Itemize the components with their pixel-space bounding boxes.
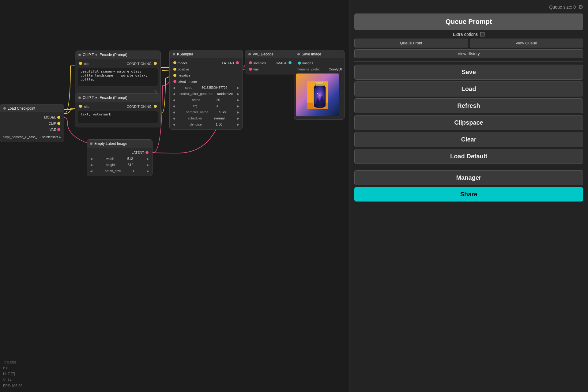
latent-output-conn [145, 151, 149, 154]
svg-point-5 [317, 93, 318, 94]
stats-panel: T: 0.00s I: 0 N: 7 [7] V: 14 FPS:106.38 [3, 360, 22, 389]
node-ksampler: KSampler model LATENT positive negative … [169, 50, 243, 130]
generated-image-preview [296, 74, 339, 116]
clear-button[interactable]: Clear [354, 132, 583, 147]
refresh-button[interactable]: Refresh [354, 98, 583, 113]
ksampler-output-conn [236, 61, 239, 64]
node-clip2-title: CLIP Text Encode (Prompt) [75, 94, 160, 102]
svg-rect-3 [316, 82, 323, 84]
node-latent: Empty Latent Image LATENT ◀ width 512 ▶ … [87, 139, 153, 176]
clip-output-conn [57, 122, 60, 125]
queue-prompt-button[interactable]: Queue Prompt [354, 13, 583, 30]
save-button[interactable]: Save [354, 65, 583, 80]
node-clip2: CLIP Text Encode (Prompt) clip CONDITION… [75, 93, 161, 127]
divider-2 [354, 167, 583, 167]
load-default-button[interactable]: Load Default [354, 149, 583, 164]
clipspace-button[interactable]: Clipspace [354, 115, 583, 130]
load-button[interactable]: Load [354, 81, 583, 96]
gear-icon[interactable]: ⚙ [578, 4, 583, 10]
clip2-input-conn [79, 105, 82, 108]
node-checkpoint: Load Checkpoint MODEL CLIP VAE clkpt_nam… [0, 104, 64, 142]
clip1-textarea[interactable] [78, 68, 158, 86]
model-output-conn [57, 116, 60, 119]
node-vae-title: VAE Decode [245, 50, 295, 58]
manager-button[interactable]: Manager [354, 170, 583, 185]
canvas-area[interactable]: Load Checkpoint MODEL CLIP VAE clkpt_nam… [0, 0, 349, 392]
clip2-textarea[interactable] [78, 111, 158, 123]
view-queue-button[interactable]: View Queue [470, 39, 583, 47]
node-save-title: Save Image [294, 50, 344, 58]
node-vae: VAE Decode samples IMAGE vae [245, 50, 296, 74]
ksampler-model-conn [173, 61, 176, 64]
clip1-output-conn [154, 62, 157, 65]
extra-options-checkbox[interactable] [480, 32, 484, 36]
node-latent-title: Empty Latent Image [87, 140, 152, 148]
vae-output-conn [57, 128, 60, 131]
queue-size-label: Queue size: 0 [549, 5, 576, 9]
node-clip1: CLIP Text Encode (Prompt) clip CONDITION… [75, 51, 161, 98]
clip1-input-conn [79, 62, 82, 65]
node-save: Save Image images filename_prefix ComfyU… [294, 50, 345, 120]
node-ksampler-title: KSampler [170, 50, 243, 58]
node-clip1-title: CLIP Text Encode (Prompt) [75, 51, 160, 59]
extra-options-label: Extra options [453, 32, 478, 37]
node-checkpoint-title: Load Checkpoint [0, 104, 64, 112]
queue-front-button[interactable]: Queue Front [354, 39, 468, 47]
share-button[interactable]: Share [354, 187, 583, 202]
divider-1 [354, 61, 583, 62]
view-history-button[interactable]: View History [354, 49, 583, 58]
sidebar: Queue size: 0 ⚙ Queue Prompt Extra optio… [349, 0, 588, 392]
clip2-output-conn [154, 105, 157, 108]
svg-point-6 [321, 92, 322, 92]
